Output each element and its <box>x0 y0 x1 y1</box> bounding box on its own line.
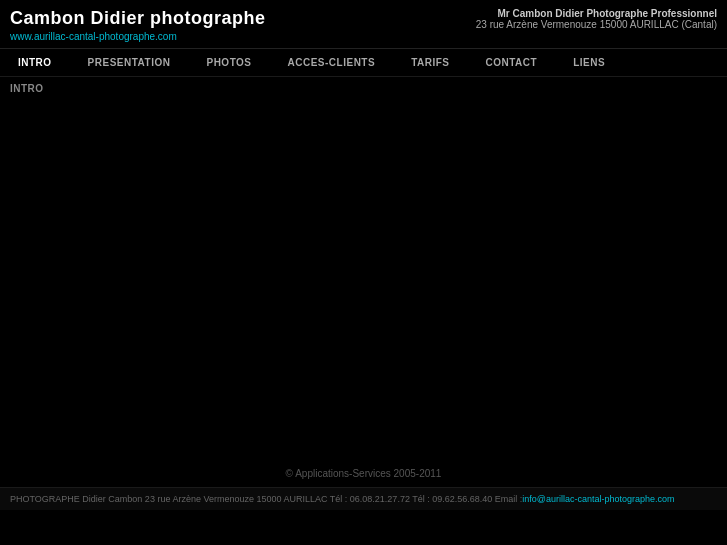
nav-item-acces-clients[interactable]: ACCES-CLIENTS <box>270 53 394 72</box>
footer-bar: PHOTOGRAPHE Didier Cambon 23 rue Arzène … <box>0 487 727 510</box>
header-left: Cambon Didier photographe www.aurillac-c… <box>10 8 266 42</box>
nav-item-liens[interactable]: LIENS <box>555 53 623 72</box>
nav-item-intro[interactable]: INTRO <box>0 53 70 72</box>
nav-item-tarifs[interactable]: TARIFS <box>393 53 467 72</box>
contact-address: 23 rue Arzène Vermenouze 15000 AURILLAC … <box>476 19 717 30</box>
site-url[interactable]: www.aurillac-cantal-photographe.com <box>10 31 266 42</box>
header-right: Mr Cambon Didier Photographe Professionn… <box>476 8 717 30</box>
main-content <box>0 100 727 460</box>
footer-bar-text: PHOTOGRAPHE Didier Cambon 23 rue Arzène … <box>10 494 522 504</box>
nav-item-contact[interactable]: CONTACT <box>468 53 556 72</box>
footer-email-link[interactable]: info@aurillac-cantal-photographe.com <box>522 494 674 504</box>
contact-name: Mr Cambon Didier Photographe Professionn… <box>476 8 717 19</box>
footer-copyright: © Applications-Services 2005-2011 <box>0 460 727 487</box>
nav-item-presentation[interactable]: PRESENTATION <box>70 53 189 72</box>
breadcrumb: INTRO <box>0 77 727 100</box>
nav-item-photos[interactable]: PHOTOS <box>188 53 269 72</box>
site-title: Cambon Didier photographe <box>10 8 266 29</box>
site-header: Cambon Didier photographe www.aurillac-c… <box>0 0 727 49</box>
navigation: INTROPRESENTATIONPHOTOSACCES-CLIENTSTARI… <box>0 49 727 77</box>
copyright-text: © Applications-Services 2005-2011 <box>286 468 442 479</box>
